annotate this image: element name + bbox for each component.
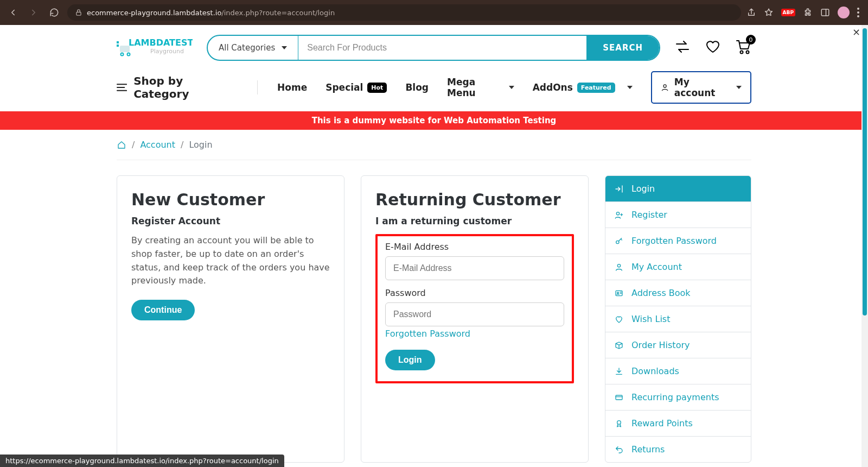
email-input[interactable] <box>385 256 564 280</box>
adblock-badge[interactable]: ABP <box>781 9 795 16</box>
new-customer-description: By creating an account you will be able … <box>131 234 330 288</box>
svg-rect-1 <box>821 9 829 16</box>
browser-status-bar: https://ecommerce-playground.lambdatest.… <box>0 455 284 467</box>
compare-button[interactable] <box>674 40 691 56</box>
svg-rect-20 <box>616 395 622 400</box>
featured-badge: Featured <box>577 83 615 93</box>
cart-button[interactable]: 0 <box>735 39 751 56</box>
profile-avatar[interactable] <box>838 7 850 18</box>
svg-rect-0 <box>76 12 81 15</box>
url-host: ecommerce-playground.lambdatest.io <box>87 9 221 17</box>
svg-point-19 <box>617 292 619 294</box>
svg-point-14 <box>663 85 666 87</box>
hot-badge: Hot <box>367 83 387 93</box>
forgotten-password-link[interactable]: Forgotten Password <box>385 329 470 339</box>
nav-addons[interactable]: AddOns Featured <box>533 82 633 93</box>
download-icon <box>614 367 624 376</box>
login-form-highlight: E-Mail Address Password Forgotten Passwo… <box>375 234 574 383</box>
menu-icon <box>117 83 127 92</box>
main-nav: Shop by Category Home Special Hot Blog M… <box>117 67 751 111</box>
password-label: Password <box>385 288 564 298</box>
nav-my-account[interactable]: My account <box>651 71 751 104</box>
heart-icon <box>705 40 721 54</box>
search-category-dropdown[interactable]: All Categories <box>208 36 298 60</box>
wishlist-button[interactable] <box>705 40 721 56</box>
sidebar-item-login[interactable]: Login <box>605 176 751 202</box>
search-button[interactable]: SEARCH <box>586 36 659 60</box>
panel-icon[interactable] <box>820 8 830 17</box>
credit-card-icon <box>614 393 624 402</box>
new-customer-panel: New Customer Register Account By creatin… <box>117 175 344 463</box>
svg-text:Playground: Playground <box>150 48 184 55</box>
undo-icon <box>614 445 624 454</box>
sidebar-item-downloads[interactable]: Downloads <box>605 358 751 384</box>
site-header: LAMBDATEST Playground All Categories SEA… <box>117 25 751 67</box>
search-input[interactable] <box>298 43 586 53</box>
medal-icon <box>614 419 624 428</box>
sidebar-item-forgotten-password[interactable]: Forgotten Password <box>605 228 751 254</box>
svg-point-9 <box>127 53 130 56</box>
browser-reload-button[interactable] <box>47 5 62 20</box>
svg-point-4 <box>857 15 859 17</box>
svg-point-15 <box>616 212 619 214</box>
search-category-label: All Categories <box>219 43 275 53</box>
login-button[interactable]: Login <box>385 350 435 370</box>
share-icon[interactable] <box>746 8 756 17</box>
box-icon <box>614 341 624 350</box>
kebab-menu-icon[interactable] <box>857 8 859 17</box>
returning-customer-panel: Returning Customer I am a returning cust… <box>361 175 589 463</box>
svg-point-8 <box>121 53 124 56</box>
svg-rect-7 <box>120 46 130 52</box>
sidebar-item-my-account[interactable]: My Account <box>605 254 751 280</box>
browser-url-bar[interactable]: ecommerce-playground.lambdatest.io/index… <box>67 4 741 21</box>
sidebar-item-returns[interactable]: Returns <box>605 437 751 462</box>
compare-icon <box>674 40 691 54</box>
sidebar-item-recurring-payments[interactable]: Recurring payments <box>605 384 751 411</box>
address-card-icon <box>614 289 624 298</box>
scrollbar[interactable] <box>861 25 868 467</box>
svg-point-2 <box>857 8 859 10</box>
user-icon <box>614 263 624 272</box>
password-input[interactable] <box>385 302 564 326</box>
extensions-icon[interactable] <box>803 8 813 17</box>
browser-chrome: ecommerce-playground.lambdatest.io/index… <box>0 0 868 25</box>
sidebar-item-register[interactable]: Register <box>605 202 751 228</box>
svg-point-13 <box>746 51 749 54</box>
arrow-right-icon <box>29 8 39 17</box>
new-customer-title: New Customer <box>131 190 330 209</box>
browser-back-button[interactable] <box>5 5 21 20</box>
scrollbar-thumb[interactable] <box>863 28 867 315</box>
sidebar-item-address-book[interactable]: Address Book <box>605 280 751 306</box>
continue-button[interactable]: Continue <box>131 300 195 320</box>
svg-text:LAMBDATEST: LAMBDATEST <box>129 37 193 48</box>
sidebar-item-reward-points[interactable]: Reward Points <box>605 411 751 437</box>
sidebar-item-order-history[interactable]: Order History <box>605 332 751 358</box>
nav-mega-menu[interactable]: Mega Menu <box>447 77 514 98</box>
search-bar: All Categories SEARCH <box>207 35 660 61</box>
nav-special[interactable]: Special Hot <box>326 82 387 93</box>
user-plus-icon <box>614 211 624 219</box>
home-icon[interactable] <box>117 141 126 149</box>
svg-point-3 <box>857 11 859 14</box>
breadcrumb: / Account / Login <box>117 130 751 160</box>
nav-blog[interactable]: Blog <box>405 82 429 93</box>
star-icon[interactable] <box>764 8 774 17</box>
url-path: /index.php?route=account/login <box>221 9 335 17</box>
sidebar-item-wish-list[interactable]: Wish List <box>605 306 751 332</box>
svg-point-17 <box>617 264 620 267</box>
page-viewport: × LAMBDATEST Playground All Categories <box>0 25 868 467</box>
cart-count-badge: 0 <box>746 35 756 45</box>
chevron-down-icon <box>282 46 287 49</box>
close-icon[interactable]: × <box>852 26 860 37</box>
browser-forward-button[interactable] <box>26 5 41 20</box>
breadcrumb-account[interactable]: Account <box>140 140 175 150</box>
logo-icon: LAMBDATEST Playground <box>117 36 193 60</box>
returning-customer-subtitle: I am a returning customer <box>375 216 574 226</box>
chevron-down-icon <box>509 86 514 89</box>
breadcrumb-current: Login <box>189 140 212 150</box>
svg-rect-10 <box>117 41 119 43</box>
account-sidebar: Login Register Forgotten Password My Acc… <box>605 175 751 463</box>
shop-by-category-button[interactable]: Shop by Category <box>117 74 238 100</box>
nav-home[interactable]: Home <box>277 82 307 93</box>
site-logo[interactable]: LAMBDATEST Playground <box>117 36 193 60</box>
